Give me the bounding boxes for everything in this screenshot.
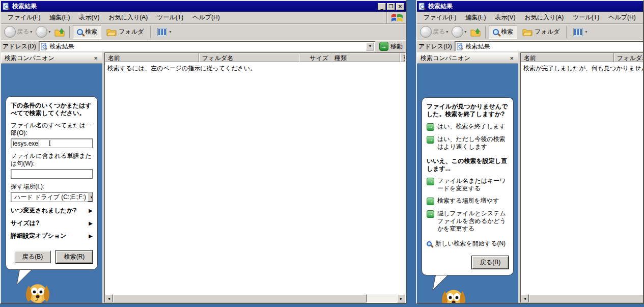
menu-view[interactable]: 表示(V) [74,12,104,23]
horizontal-scrollbar[interactable]: ◄ ► [105,294,405,302]
containing-word-label: ファイルに含まれる単語または句(W): [11,152,93,168]
menu-file[interactable]: ファイル(F) [419,12,461,23]
views-dropdown-icon[interactable]: ▾ [169,30,171,34]
up-folder-icon [470,27,481,37]
up-button[interactable] [53,26,66,38]
menu-edit[interactable]: 編集(E) [45,12,74,23]
file-name-value: iesys.exe [13,140,38,147]
expander-when-modified[interactable]: いつ変更されましたか? ▶ [11,206,93,215]
look-in-select[interactable]: ハード ドライブ (C:;E:;F:) ▼ [11,192,93,202]
folders-toolbar-label: フォルダ [119,27,144,36]
horizontal-scrollbar[interactable]: ◄ [521,294,644,302]
scrollbar-track[interactable] [367,294,397,302]
search-toolbar-button[interactable]: 検索 [489,25,517,39]
option-faster-future[interactable]: → はい、ただし今後の検索はより速くします [427,135,509,151]
not-found-heading: ファイルが見つかりませんでした。検索を終了しますか? [427,103,509,118]
titlebar[interactable]: 検索結果 [417,1,644,12]
forward-button[interactable]: → ▾ [451,25,467,38]
text-caret [39,140,39,147]
folders-toolbar-button[interactable]: フォルダ [103,25,147,39]
views-toolbar-button[interactable]: ▾ [154,25,175,39]
option-finish-search[interactable]: → はい、検索を終了します [427,123,509,131]
column-name[interactable]: 名前 [521,53,614,62]
address-bar: アドレス(D) 検索結果 [417,40,644,52]
forward-dropdown-icon[interactable]: ▾ [464,30,466,34]
address-input[interactable]: 検索結果 [455,41,644,51]
folders-icon [106,28,117,36]
window-inner: 検索結果 ファイル(F) 編集(E) 表示(V) お気に入り(A) ツール(T)… [417,1,644,303]
option-label: ファイル名またはキーワードを変更する [437,177,509,192]
back-form-button[interactable]: 戻る(B) [14,250,51,263]
column-folder[interactable]: フォルダ名 [614,53,644,62]
search-form-button[interactable]: 検索(R) [56,250,93,263]
column-size[interactable]: サイズ [299,53,331,62]
minimize-button[interactable]: _ [378,3,386,10]
column-modified[interactable]: 更新日時 [400,53,406,62]
menu-help[interactable]: ヘルプ(H) [604,12,640,23]
scroll-left-icon[interactable]: ◄ [105,294,113,302]
up-folder-icon [54,27,65,37]
up-button[interactable] [469,26,482,38]
menu-view[interactable]: 表示(V) [490,12,520,23]
close-button[interactable]: × [396,3,404,10]
scroll-right-icon[interactable]: ► [397,294,405,302]
menu-favorites[interactable]: お気に入り(A) [520,12,568,23]
option-include-hidden[interactable]: → 隠しファイルとシステム ファイルを含めるかどうかを変更する [427,210,509,233]
scrollbar-thumb[interactable] [113,294,367,302]
search-toolbar-button[interactable]: 検索 [73,25,101,39]
go-button[interactable]: → 移動 [378,42,404,51]
search-results-icon [3,3,10,10]
address-value: 検索結果 [50,42,74,51]
back-form-button[interactable]: 戻る(B) [472,256,509,269]
menu-tools[interactable]: ツール(T) [568,12,604,23]
expander-advanced[interactable]: 詳細設定オプション ▶ [11,232,93,240]
start-new-search[interactable]: 新しい検索を開始する(N) [427,239,509,248]
bubble-tail [422,275,514,291]
look-in-value: ハード ドライブ (C:;E:;F:) [14,193,86,202]
address-dropdown-button[interactable]: ▼ [366,42,374,50]
containing-word-input[interactable] [11,169,93,179]
folders-toolbar-button[interactable]: フォルダ [519,25,563,39]
forward-button[interactable]: → ▾ [35,25,51,38]
address-input[interactable]: 検索結果 ▼ [39,41,375,51]
menu-help[interactable]: ヘルプ(H) [188,12,225,23]
menu-tools[interactable]: ツール(T) [152,12,188,23]
back-label: 戻る [433,27,445,36]
column-name[interactable]: 名前 [105,53,199,62]
menu-file[interactable]: ファイル(F) [3,12,45,23]
companion-close-icon[interactable]: × [93,55,99,62]
expander-arrow-icon: ▶ [89,208,93,213]
address-bar: アドレス(D) 検索結果 ▼ → 移動 [1,40,406,52]
back-button[interactable]: ← 戻る ▾ [3,25,33,38]
views-toolbar-button[interactable]: ▾ [570,25,591,39]
titlebar[interactable]: 検索結果 _ ❐ × [1,1,406,12]
green-arrow-icon: → [427,198,434,205]
column-folder[interactable]: フォルダ名 [199,53,299,62]
back-button[interactable]: ← 戻る ▾ [419,25,449,38]
option-more-locations[interactable]: → 検索する場所を増やす [427,197,509,205]
companion-title: 検索コンパニオン [421,54,509,63]
menu-favorites[interactable]: お気に入り(A) [104,12,152,23]
expander-size[interactable]: サイズは? ▶ [11,219,93,228]
window-content: 検索コンパニオン × ファイルが見つかりませんでした。検索を終了しますか? → … [417,52,644,303]
menu-edit[interactable]: 編集(E) [461,12,490,23]
button-row: 戻る(B) 検索(R) [11,250,93,263]
back-dropdown-icon[interactable]: ▾ [446,30,448,34]
green-arrow-icon: → [427,136,434,144]
scroll-left-icon[interactable]: ◄ [521,294,529,302]
file-name-input[interactable]: iesys.exe I [11,138,93,148]
search-companion-panel: 検索コンパニオン × 下の条件のいくつかまたはすべてで検索してください。 ファイ… [1,52,102,303]
new-search-label: 新しい検索を開始する(N) [435,239,506,248]
back-dropdown-icon[interactable]: ▾ [30,30,32,34]
views-dropdown-icon[interactable]: ▾ [585,30,587,34]
maximize-button[interactable]: ❐ [387,3,395,10]
column-type[interactable]: 種類 [331,53,400,62]
companion-close-icon[interactable]: × [509,55,515,62]
go-arrow-icon: → [379,42,388,51]
option-label: はい、ただし今後の検索はより速くします [437,135,509,151]
option-change-name[interactable]: → ファイル名またはキーワードを変更する [427,177,509,192]
scrollbar-thumb[interactable] [529,294,644,302]
look-in-dropdown-icon[interactable]: ▼ [88,192,93,202]
green-arrow-icon: → [427,123,434,131]
forward-dropdown-icon[interactable]: ▾ [48,30,50,34]
